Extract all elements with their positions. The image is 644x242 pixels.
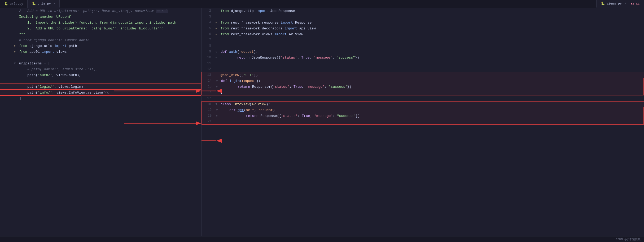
code-line-box1-mid2: 15 ⊙ return Response({'status': True, 'm… — [201, 84, 644, 90]
code-line: ] — [0, 95, 201, 101]
code-line-box1-bot: 16 — [201, 90, 644, 95]
code-line: 2. Add a URL to urlpatterns: path('blog/… — [0, 25, 201, 31]
code-line: path('auth/', views.auth), — [0, 72, 201, 78]
code-line-box1-top: 13 @api_view(["GET"]) — [201, 72, 644, 78]
code-line-box2-top: 18 ▽ class InfoView(APIView): — [201, 101, 644, 107]
code-line: # path('admin/', admin.site.urls), — [0, 66, 201, 72]
right-pane: 2 from django.http import JsonResponse 3… — [201, 8, 644, 236]
code-line-box1: path('login/', views.login), — [0, 84, 201, 90]
left-pane: 2. Add a URL to urlpatterns: path('', Ho… — [0, 8, 201, 236]
code-line: 3 — [201, 14, 644, 20]
cursor — [221, 90, 222, 94]
code-line-box1-mid: 14 ▽ def login(request): — [201, 78, 644, 84]
code-line — [0, 55, 201, 60]
code-line: ▽ urlpatterns = [ — [0, 60, 201, 66]
editor-container: 2. Add a URL to urlpatterns: path('', Ho… — [0, 8, 644, 236]
code-line: 4 ⊙ from rest_framework.response import … — [201, 20, 644, 25]
code-line: 11 — [201, 60, 644, 66]
code-line-box2: path('info/', views.InfoView.as_view()), — [0, 90, 201, 95]
code-line: 5 ⊙ from rest_framework.decorators impor… — [201, 25, 644, 31]
code-line — [0, 78, 201, 84]
status-bar: CSDN @小李别摸鱼 — [0, 236, 644, 242]
code-line: # from django.contrib import admin — [0, 37, 201, 43]
tab-urls-inactive[interactable]: 🐍 urls.py — [0, 0, 28, 8]
right-code-area[interactable]: 2 from django.http import JsonResponse 3… — [201, 8, 644, 236]
tab-views[interactable]: 🐍 views.py × ▲1 ▲1 — [596, 0, 644, 8]
code-line: 12 — [201, 66, 644, 72]
code-line: 1. Import the include() function: from d… — [0, 20, 201, 25]
code-line: Including another URLconf — [0, 14, 201, 20]
code-line: 6 ⊙ from rest_framework.views import API… — [201, 31, 644, 37]
tab-label: urls.py — [37, 2, 51, 6]
tab-label: views.py — [606, 2, 622, 6]
warning-badge: ▲1 ▲1 — [631, 2, 639, 5]
code-line: 2. Add a URL to urlpatterns: path('', Ho… — [0, 8, 201, 14]
code-line: 2 from django.http import JsonResponse — [201, 8, 644, 14]
code-line-box2-bot: 21 — [201, 119, 644, 125]
code-line: 17 — [201, 95, 644, 101]
tab-urls-active[interactable]: 🐍 urls.py × — [28, 0, 59, 8]
code-line: """ — [0, 31, 201, 37]
code-line-box2-mid2: 20 ⊙ return Response({'status': True, 'm… — [201, 113, 644, 119]
code-line: 9 ▽ def auth(request): — [201, 49, 644, 55]
left-code-area[interactable]: 2. Add a URL to urlpatterns: path('', Ho… — [0, 8, 201, 236]
code-line: 7 — [201, 37, 644, 43]
close-icon[interactable]: × — [624, 2, 626, 5]
code-line-box2-mid: 19 ▽ def get(self, request): — [201, 107, 644, 113]
code-line: ⊙ from app01 import views — [0, 49, 201, 55]
code-line: 10 ⊙ return JsonResponse({'status': True… — [201, 55, 644, 60]
tab-icon: 🐍 — [601, 2, 605, 6]
main-tab-bar: 🐍 urls.py 🐍 urls.py × 🐍 views.py × ▲1 ▲1 — [0, 0, 644, 8]
code-line: ⊙ from django.urls import path — [0, 43, 201, 49]
tab-label: urls.py — [10, 2, 23, 6]
close-icon[interactable]: × — [54, 2, 55, 5]
tab-icon: 🐍 — [4, 2, 8, 6]
code-line: 8 — [201, 43, 644, 49]
attribution: CSDN @小李别摸鱼 — [616, 237, 641, 241]
tab-icon: 🐍 — [32, 2, 36, 6]
